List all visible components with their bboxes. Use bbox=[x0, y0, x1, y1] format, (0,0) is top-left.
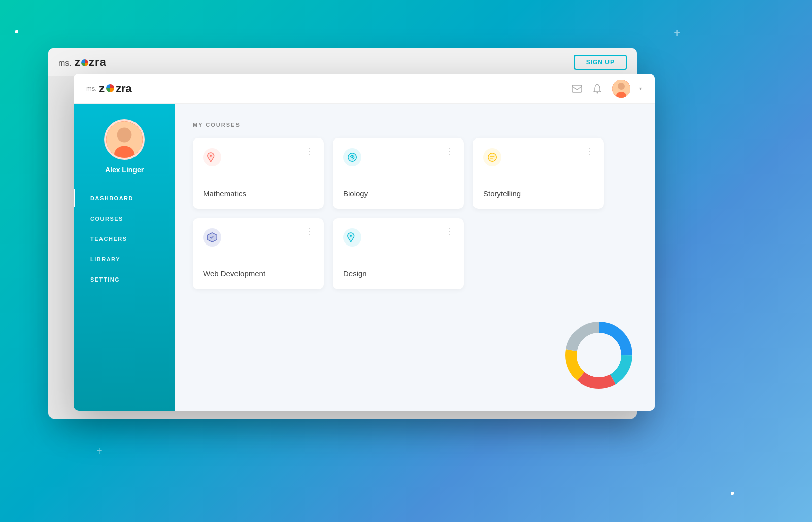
course-menu-story[interactable]: ⋮ bbox=[585, 148, 594, 154]
navbar: ms. zzra bbox=[74, 74, 655, 104]
course-card-mathematics[interactable]: ⋮ Mathematics bbox=[193, 138, 324, 209]
nav-logo: ms. zzra bbox=[86, 82, 132, 95]
bell-icon[interactable] bbox=[592, 83, 603, 94]
sidebar-item-library[interactable]: LIBRARY bbox=[74, 250, 175, 268]
nav-logo-ra: zra bbox=[116, 82, 132, 95]
plus-decoration: + bbox=[96, 446, 103, 456]
course-card-webdev[interactable]: ⋮ Web Development bbox=[193, 218, 324, 289]
svg-point-11 bbox=[488, 153, 497, 162]
sidebar: Alex Linger DASHBOARD COURSES TEACHERS L… bbox=[74, 104, 175, 411]
course-icon-design bbox=[343, 228, 361, 247]
bg-logo: ms. zzra bbox=[58, 56, 107, 69]
plus-decoration: + bbox=[674, 28, 680, 38]
donut-chart bbox=[558, 315, 639, 396]
sidebar-item-teachers[interactable]: TEACHERS bbox=[74, 230, 175, 248]
svg-point-13 bbox=[350, 235, 352, 237]
svg-point-19 bbox=[577, 333, 621, 377]
course-menu-bio[interactable]: ⋮ bbox=[445, 148, 454, 154]
course-menu-web[interactable]: ⋮ bbox=[305, 228, 314, 234]
card-top: ⋮ bbox=[483, 148, 594, 166]
nav-avatar[interactable] bbox=[612, 80, 630, 98]
courses-grid: ⋮ Mathematics ⋮ bbox=[193, 138, 604, 289]
course-card-design[interactable]: ⋮ Design bbox=[333, 218, 464, 289]
main-window: ms. zzra bbox=[74, 74, 655, 411]
logo-ms: ms. bbox=[58, 59, 72, 67]
course-name-storytelling: Storytelling bbox=[483, 189, 594, 198]
course-icon-bio bbox=[343, 148, 361, 166]
course-name-biology: Biology bbox=[343, 189, 454, 198]
sidebar-item-courses[interactable]: COURSES bbox=[74, 210, 175, 228]
svg-rect-0 bbox=[572, 85, 582, 92]
bg-window-header: ms. zzra SIGN UP bbox=[48, 48, 637, 76]
nav-logo-ms: ms. bbox=[86, 85, 97, 92]
course-card-storytelling[interactable]: ⋮ Storytelling bbox=[473, 138, 604, 209]
course-name-webdev: Web Development bbox=[203, 269, 314, 278]
mail-icon[interactable] bbox=[571, 83, 583, 94]
svg-point-6 bbox=[117, 128, 132, 143]
course-icon-web bbox=[203, 228, 221, 247]
course-name-design: Design bbox=[343, 269, 454, 278]
sidebar-nav: DASHBOARD COURSES TEACHERS LIBRARY SETTI… bbox=[74, 189, 175, 289]
signup-button[interactable]: SIGN UP bbox=[574, 55, 627, 70]
course-menu-design[interactable]: ⋮ bbox=[445, 228, 454, 234]
card-top: ⋮ bbox=[343, 148, 454, 166]
course-menu-math[interactable]: ⋮ bbox=[305, 148, 314, 154]
svg-point-3 bbox=[618, 83, 625, 90]
content-area: Alex Linger DASHBOARD COURSES TEACHERS L… bbox=[74, 104, 655, 411]
nav-actions: ▾ bbox=[571, 80, 642, 98]
sidebar-item-dashboard[interactable]: DASHBOARD bbox=[74, 189, 175, 207]
course-icon-story bbox=[483, 148, 501, 166]
course-card-biology[interactable]: ⋮ Biology bbox=[333, 138, 464, 209]
sidebar-avatar bbox=[104, 119, 145, 160]
card-top: ⋮ bbox=[203, 228, 314, 247]
svg-point-10 bbox=[351, 156, 353, 158]
card-top: ⋮ bbox=[203, 148, 314, 166]
svg-point-1 bbox=[597, 92, 598, 93]
nav-chevron-icon[interactable]: ▾ bbox=[639, 86, 642, 91]
sidebar-item-setting[interactable]: SETTING bbox=[74, 270, 175, 289]
course-name-mathematics: Mathematics bbox=[203, 189, 314, 198]
nav-logo-o bbox=[106, 84, 114, 92]
svg-point-8 bbox=[210, 155, 212, 157]
course-icon-math bbox=[203, 148, 221, 166]
card-top: ⋮ bbox=[343, 228, 454, 247]
main-content: MY COURSES ⋮ Mathematics bbox=[175, 104, 655, 411]
logo-ra: zra bbox=[89, 56, 107, 68]
sidebar-username: Alex Linger bbox=[105, 166, 144, 174]
section-title: MY COURSES bbox=[193, 122, 637, 128]
nav-logo-z: z bbox=[99, 82, 105, 95]
logo-z: z bbox=[75, 56, 81, 68]
logo-o-dot bbox=[81, 59, 88, 66]
